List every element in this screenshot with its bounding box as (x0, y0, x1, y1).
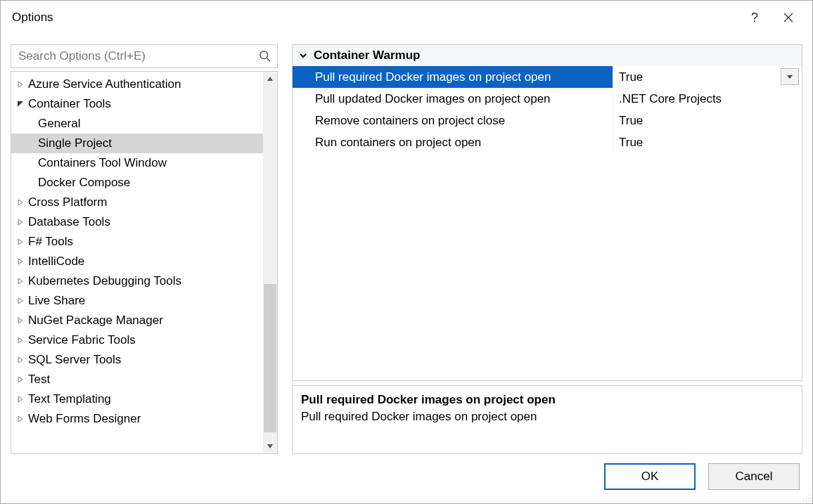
tree-item-label: Web Forms Designer (28, 412, 141, 426)
svg-point-23 (809, 497, 810, 498)
chevron-right-icon[interactable] (15, 316, 25, 325)
property-name: Run containers on project open (293, 131, 613, 153)
nav-panel: Azure Service AuthenticationContainer To… (11, 44, 278, 454)
chevron-right-icon[interactable] (15, 217, 25, 227)
tree-item-label: Containers Tool Window (38, 156, 167, 170)
resize-grip-icon[interactable] (801, 492, 811, 502)
property-value-text: True (619, 136, 643, 150)
chevron-right-icon[interactable] (15, 276, 25, 286)
chevron-right-icon[interactable] (15, 296, 25, 306)
svg-marker-9 (18, 259, 23, 264)
chevron-right-icon[interactable] (15, 79, 25, 89)
chevron-down-icon (297, 49, 309, 62)
tree-item[interactable]: IntelliCode (11, 252, 263, 271)
scroll-thumb[interactable] (264, 284, 276, 432)
chevron-right-icon[interactable] (15, 335, 25, 345)
scroll-up-button[interactable] (263, 72, 277, 86)
dialog-footer: OK Cancel (1, 458, 812, 503)
category-label: Container Warmup (314, 49, 420, 63)
options-dialog: Options ? Azure Service AuthenticationCo… (0, 0, 813, 504)
svg-point-25 (806, 500, 807, 501)
tree-list[interactable]: Azure Service AuthenticationContainer To… (11, 72, 263, 453)
svg-marker-15 (18, 377, 23, 382)
tree-item-label: Database Tools (28, 215, 110, 229)
property-grid: Container Warmup Pull required Docker im… (292, 44, 802, 381)
svg-marker-12 (18, 318, 23, 323)
tree-scrollbar[interactable] (263, 72, 277, 453)
tree-item[interactable]: Test (11, 370, 263, 389)
tree-item-label: NuGet Package Manager (28, 314, 163, 328)
chevron-down-icon (786, 73, 793, 80)
property-row[interactable]: Pull updated Docker images on project op… (293, 88, 802, 110)
options-tree: Azure Service AuthenticationContainer To… (11, 71, 278, 454)
tree-item[interactable]: NuGet Package Manager (11, 311, 263, 330)
tree-item[interactable]: Kubernetes Debugging Tools (11, 271, 263, 291)
svg-marker-20 (787, 75, 793, 79)
scroll-track[interactable] (263, 86, 277, 439)
chevron-down-icon[interactable] (15, 99, 25, 109)
help-icon: ? (751, 11, 758, 25)
tree-item-label: General (38, 117, 80, 131)
svg-point-22 (806, 497, 807, 498)
dropdown-button[interactable] (781, 68, 799, 85)
svg-marker-19 (267, 444, 273, 448)
svg-marker-14 (18, 357, 23, 363)
property-value-text: True (619, 114, 643, 128)
chevron-right-icon[interactable] (15, 394, 25, 404)
tree-item-label: IntelliCode (28, 254, 84, 269)
tree-item[interactable]: SQL Server Tools (11, 350, 263, 370)
tree-item[interactable]: Database Tools (11, 212, 263, 232)
svg-point-2 (260, 51, 268, 59)
cancel-button[interactable]: Cancel (708, 463, 800, 490)
svg-marker-6 (18, 200, 23, 205)
svg-marker-13 (18, 337, 23, 343)
tree-item[interactable]: Cross Platform (11, 193, 263, 212)
search-box[interactable] (11, 44, 278, 68)
help-button[interactable]: ? (738, 4, 772, 32)
tree-item[interactable]: Containers Tool Window (11, 153, 263, 173)
svg-marker-17 (18, 416, 23, 422)
tree-item[interactable]: Docker Compose (11, 173, 263, 193)
tree-item-label: Service Fabric Tools (28, 333, 136, 347)
property-row[interactable]: Remove containers on project closeTrue (293, 110, 802, 131)
property-description: Pull required Docker images on project o… (292, 385, 802, 454)
property-value[interactable]: .NET Core Projects (613, 88, 802, 110)
property-value[interactable]: True (613, 110, 802, 131)
tree-item[interactable]: Text Templating (11, 389, 263, 409)
chevron-right-icon[interactable] (15, 375, 25, 385)
chevron-right-icon[interactable] (15, 237, 25, 247)
tree-item[interactable]: Live Share (11, 291, 263, 311)
svg-line-3 (267, 58, 271, 62)
property-value-text: .NET Core Projects (619, 92, 722, 106)
tree-item[interactable]: F# Tools (11, 232, 263, 252)
chevron-right-icon[interactable] (15, 355, 25, 365)
property-category[interactable]: Container Warmup (293, 45, 802, 66)
property-value[interactable]: True (613, 66, 802, 88)
tree-item[interactable]: Service Fabric Tools (11, 330, 263, 350)
tree-item-label: Kubernetes Debugging Tools (28, 274, 181, 288)
tree-item[interactable]: Single Project (11, 134, 263, 153)
property-row[interactable]: Run containers on project openTrue (293, 131, 802, 153)
property-value-text: True (619, 70, 643, 84)
tree-item[interactable]: General (11, 114, 263, 134)
chevron-right-icon[interactable] (15, 414, 25, 424)
svg-marker-16 (18, 396, 23, 402)
cancel-label: Cancel (736, 470, 773, 484)
tree-item[interactable]: Container Tools (11, 94, 263, 114)
svg-point-26 (809, 500, 810, 501)
close-button[interactable] (772, 4, 805, 32)
scroll-down-button[interactable] (263, 439, 277, 453)
search-input[interactable] (17, 49, 259, 64)
chevron-right-icon[interactable] (15, 198, 25, 207)
tree-item[interactable]: Web Forms Designer (11, 409, 263, 429)
property-name: Pull required Docker images on project o… (293, 66, 613, 88)
property-value[interactable]: True (613, 131, 802, 153)
property-row[interactable]: Pull required Docker images on project o… (293, 66, 802, 88)
tree-item-label: Azure Service Authentication (28, 77, 181, 91)
title-bar: Options ? (1, 1, 812, 34)
svg-marker-7 (18, 219, 23, 225)
ok-button[interactable]: OK (604, 463, 696, 490)
svg-marker-4 (18, 82, 23, 87)
tree-item[interactable]: Azure Service Authentication (11, 75, 263, 94)
chevron-right-icon[interactable] (15, 257, 25, 266)
